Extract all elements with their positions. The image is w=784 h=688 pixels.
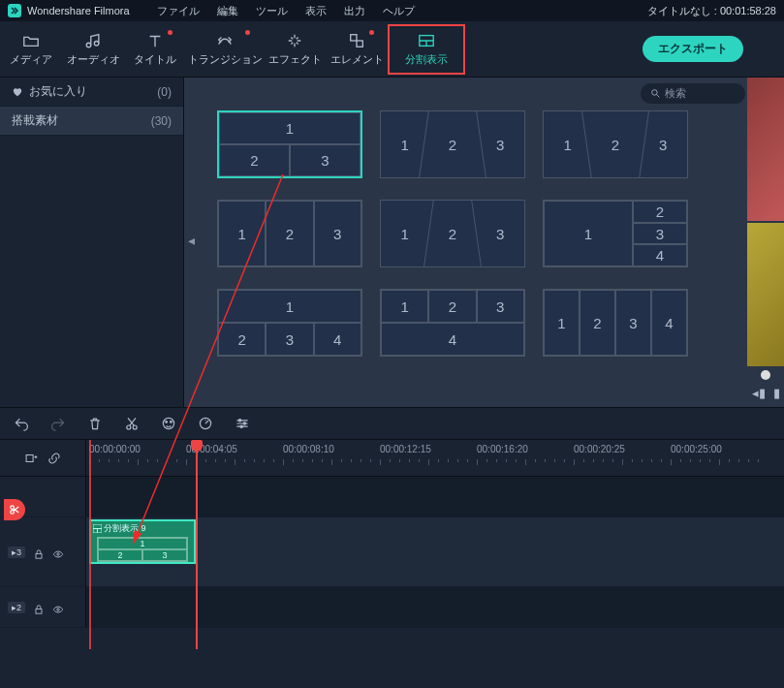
tool-audio[interactable]: オーディオ	[62, 24, 124, 75]
play-button[interactable]: ▮	[773, 386, 780, 400]
cut-icon[interactable]	[124, 416, 140, 431]
link-icon[interactable]	[47, 452, 61, 465]
ruler-t2: 00:00:08:10	[283, 444, 334, 454]
app-logo	[8, 4, 21, 17]
tpl-cell: 2	[428, 290, 476, 323]
prev-button[interactable]: ◂▮	[752, 386, 766, 400]
svg-point-22	[243, 422, 245, 424]
svg-rect-2	[351, 34, 357, 40]
eye-icon[interactable]	[52, 547, 64, 558]
template-panel: 検索 ◂ 1 2 3 1 2 3 1 2 3	[184, 78, 784, 407]
template-3col[interactable]: 1 2 3	[217, 200, 362, 267]
menu-help[interactable]: ヘルプ	[383, 4, 415, 18]
tpl-cell: 2	[633, 201, 687, 223]
svg-point-26	[57, 552, 59, 554]
track-badge: ▸3	[8, 547, 25, 558]
color-icon[interactable]	[161, 416, 176, 431]
sidebar-fav-count: (0)	[157, 85, 172, 99]
svg-rect-3	[357, 41, 362, 47]
scissors-marker-icon[interactable]	[4, 499, 25, 520]
timeline-clip[interactable]: 分割表示 9 1 23	[89, 519, 196, 564]
tool-split[interactable]: 分割表示	[388, 24, 465, 75]
project-timecode: 00:01:58:28	[720, 5, 776, 16]
tool-transition-label: トランジション	[188, 53, 263, 67]
tool-effect[interactable]: エフェクト	[264, 24, 326, 75]
template-1-2-3[interactable]: 1 2 3	[217, 110, 362, 178]
tpl-cell: 4	[381, 323, 524, 356]
delete-icon[interactable]	[87, 416, 103, 431]
clip-cell: 1	[98, 538, 187, 549]
main-toolbar: メディア オーディオ タイトル トランジション エフェクト エレメント 分割表示…	[0, 21, 784, 78]
template-123-4[interactable]: 1 2 3 4	[380, 289, 525, 357]
timeline-ruler[interactable]: 00:00:00:00 00:00:04:05 00:00:08:10 00:0…	[85, 440, 784, 476]
template-1-234stack[interactable]: 1 2 3 4	[543, 200, 688, 267]
tool-audio-label: オーディオ	[67, 53, 120, 67]
ruler-t3: 00:00:12:15	[380, 444, 431, 454]
sidebar-favorites[interactable]: お気に入り (0)	[0, 78, 183, 107]
settings-icon[interactable]	[235, 416, 250, 431]
lock-icon[interactable]	[33, 602, 45, 613]
tool-element[interactable]: エレメント	[326, 24, 388, 75]
tool-split-label: 分割表示	[405, 53, 448, 67]
ruler-t4: 00:00:16:20	[477, 444, 528, 454]
shapes-icon	[348, 32, 365, 49]
menu-output[interactable]: 出力	[344, 4, 365, 18]
menu-file[interactable]: ファイル	[157, 4, 200, 18]
text-icon	[146, 32, 164, 49]
menu-edit[interactable]: 編集	[217, 4, 238, 18]
tool-title[interactable]: タイトル	[124, 24, 186, 75]
add-track-icon[interactable]	[24, 452, 38, 465]
preview-slider[interactable]	[761, 370, 770, 380]
svg-point-0	[86, 43, 91, 47]
tpl-cell: 1	[381, 290, 428, 323]
preview-thumb-1[interactable]	[747, 78, 784, 221]
tpl-cell: 2	[218, 323, 266, 356]
tpl-cell: 3	[477, 290, 524, 323]
tpl-cell: 1	[544, 290, 580, 356]
eye-icon[interactable]	[52, 602, 64, 613]
svg-point-18	[166, 422, 168, 423]
svg-point-21	[238, 420, 240, 422]
svg-point-19	[171, 422, 172, 423]
template-diag-123[interactable]: 1 2 3	[380, 110, 525, 178]
tpl-cell: 1	[544, 201, 633, 266]
split-icon	[418, 32, 435, 49]
template-diag-123b[interactable]: 1 2 3	[543, 110, 688, 178]
collapse-sidebar-icon[interactable]: ◂	[188, 233, 195, 248]
ruler-t0: 00:00:00:00	[89, 444, 141, 454]
clip-cell: 2	[98, 549, 142, 561]
notify-dot	[245, 30, 250, 35]
menu-view[interactable]: 表示	[305, 4, 327, 18]
project-name: タイトルなし	[647, 5, 711, 16]
template-1-234[interactable]: 1 2 3 4	[217, 289, 362, 357]
tpl-cell: 3	[615, 290, 651, 356]
track-video-3: ▸3 分割表示 9 1 23	[0, 517, 784, 587]
undo-icon[interactable]	[14, 416, 29, 431]
template-3col-diag[interactable]: 1 2 3	[380, 200, 525, 267]
export-button[interactable]: エクスポート	[643, 36, 743, 62]
tpl-cell: 2	[266, 201, 313, 266]
folder-icon	[22, 32, 40, 49]
playhead[interactable]	[196, 440, 198, 649]
search-input[interactable]: 検索	[641, 83, 745, 104]
redo-icon[interactable]	[50, 416, 66, 431]
sidebar-packed[interactable]: 搭載素材 (30)	[0, 107, 183, 136]
tpl-cell: 4	[651, 290, 687, 356]
clip-name: 分割表示 9	[104, 522, 146, 535]
tpl-cell: 3	[314, 201, 361, 266]
tool-transition[interactable]: トランジション	[186, 24, 264, 75]
template-4col[interactable]: 1 2 3 4	[543, 289, 688, 357]
notify-dot	[369, 30, 374, 35]
playhead-start	[89, 440, 91, 649]
lock-icon[interactable]	[33, 547, 45, 558]
ruler-t6: 00:00:25:00	[671, 444, 722, 454]
tool-media[interactable]: メディア	[0, 24, 62, 75]
clip-cell: 3	[142, 549, 187, 561]
speed-icon[interactable]	[198, 416, 213, 431]
preview-thumb-2[interactable]	[747, 223, 784, 366]
tpl-cell: 3	[633, 223, 687, 245]
svg-point-29	[57, 608, 59, 610]
track-badge: ▸2	[8, 602, 25, 613]
menu-tool[interactable]: ツール	[256, 4, 288, 18]
sidebar-pack-label: 搭載素材	[12, 112, 58, 129]
